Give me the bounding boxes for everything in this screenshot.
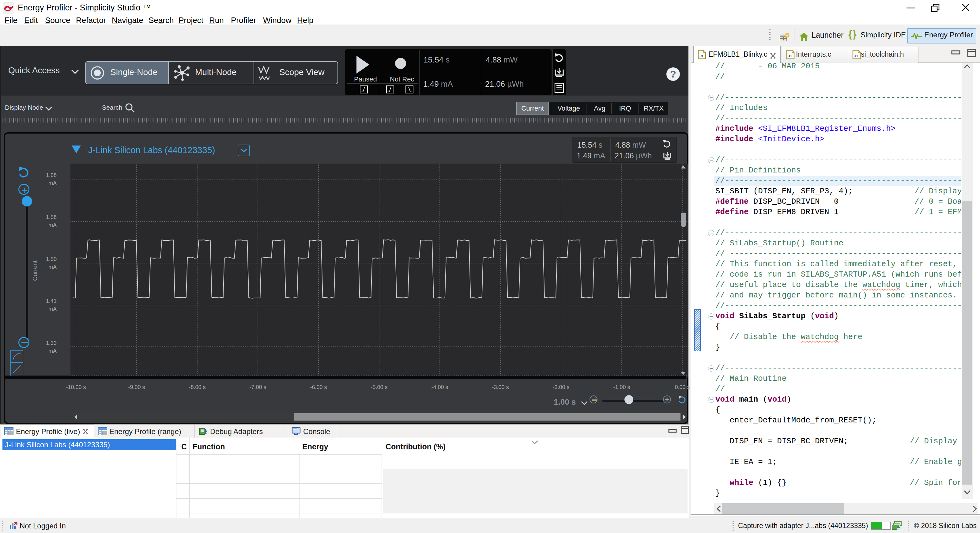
- svg-text:.c: .c: [854, 53, 858, 58]
- svg-text:.c: .c: [699, 53, 703, 58]
- svg-text:.c: .c: [788, 53, 792, 58]
